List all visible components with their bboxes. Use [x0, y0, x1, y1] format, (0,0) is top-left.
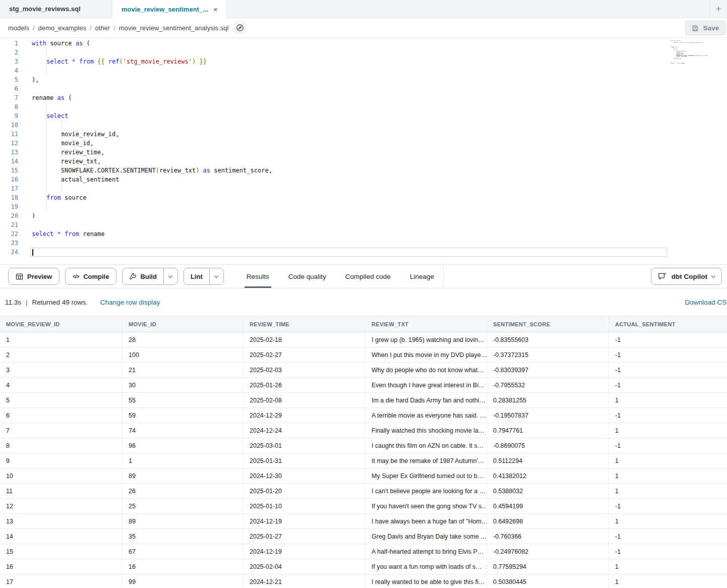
editor-tab-bar: stg_movie_reviews.sql movie_review_senti… [0, 0, 727, 18]
compass-icon-button[interactable] [233, 21, 247, 34]
review-text: I have always been a huge fan of "Hom… [372, 518, 487, 525]
cell-movie_id: 100 [123, 347, 244, 362]
code-line: 2 [0, 48, 727, 57]
cell-actual_sentiment: -1 [609, 408, 727, 423]
code-line: 21 [0, 220, 727, 229]
cell-movie_id: 55 [123, 393, 244, 407]
review-text: If you want a fun romp with loads of s… [372, 563, 482, 570]
code-line: 6 [0, 84, 727, 93]
cell-sentiment_score: 0.41382012 [487, 468, 609, 483]
review-text: I can't believe people are looking for a… [372, 488, 486, 495]
cell-sentiment_score: 0.4594199 [487, 499, 609, 513]
cell-sentiment_score: 0.28381255 [487, 393, 609, 407]
lint-dropdown[interactable] [209, 268, 223, 284]
minimap[interactable]: with source as ( select * from {{ ref('s… [671, 40, 708, 66]
breadcrumb-separator: / [113, 24, 115, 32]
cell-movie_review_id: 12 [0, 499, 123, 513]
breadcrumb: models/demo_examples/other/movie_review_… [8, 24, 228, 32]
cell-movie_review_id: 1 [0, 332, 123, 347]
new-tab-button[interactable]: + [710, 0, 727, 18]
column-header-sentiment_score[interactable]: SENTIMENT_SCORE [487, 316, 609, 332]
cell-review_time: 2025-02-03 [244, 363, 366, 377]
line-number: 8 [0, 102, 18, 111]
tab-code-quality[interactable]: Code quality [286, 265, 328, 288]
table-row: 3212025-02-03Why do people who do not kn… [0, 363, 727, 378]
results-meta-row: 11.3s | Returned 49 rows. Change row dis… [0, 288, 727, 316]
cell-review_time: 2024-12-30 [244, 468, 366, 483]
cell-review_time: 2024-12-21 [244, 574, 366, 588]
code-editor[interactable]: 1with source as (23 select * from {{ ref… [0, 38, 727, 264]
breadcrumb-item[interactable]: models [8, 24, 29, 32]
cell-sentiment_score: -0.83555603 [487, 332, 609, 347]
table-row: 13892024-12-19I have always been a huge … [0, 514, 727, 529]
code-line: 10 [0, 121, 727, 130]
tab-lineage[interactable]: Lineage [408, 265, 436, 288]
cell-movie_id: 21 [123, 363, 244, 377]
code-line: 20) [0, 211, 727, 220]
line-number: 4 [0, 66, 18, 75]
compile-button[interactable]: </> Compile [65, 268, 116, 285]
wrench-icon [129, 273, 136, 280]
table-row: 912025-01-31It may be the remake of 1987… [0, 453, 727, 468]
table-row: 8962025-03-01I caught this film on AZN o… [0, 438, 727, 453]
preview-button[interactable]: Preview [8, 268, 59, 285]
line-number: 10 [0, 121, 18, 130]
build-button[interactable]: Build [123, 268, 163, 284]
save-button[interactable]: Save [685, 20, 726, 36]
line-number: 11 [0, 130, 18, 139]
breadcrumb-item[interactable]: other [95, 24, 110, 32]
cell-review_txt: Finally watched this shocking movie la… [366, 423, 487, 438]
code-line: 12 movie_id, [0, 139, 727, 148]
line-number: 7 [0, 93, 18, 102]
cell-movie_review_id: 11 [0, 484, 123, 498]
tab-results[interactable]: Results [245, 265, 271, 288]
column-header-review_txt[interactable]: REVIEW_TXT [366, 316, 487, 332]
review-text: I grew up (b. 1965) watching and lovin… [372, 336, 484, 343]
line-number: 1 [0, 39, 18, 48]
results-tab-list: Results Code quality Compiled code Linea… [245, 265, 436, 288]
review-text: When I put this movie in my DVD playe… [372, 351, 487, 359]
review-text: Finally watched this shocking movie la… [372, 427, 484, 434]
line-number: 2 [0, 48, 18, 57]
tab-movie-review-sentiment-analysis[interactable]: movie_review_sentiment_... × [112, 0, 227, 18]
meta-separator: | [26, 299, 28, 306]
lint-split-button: Lint [184, 268, 224, 285]
chevron-down-icon [214, 273, 218, 277]
breadcrumb-item[interactable]: movie_review_sentiment_analysis.sql [119, 24, 229, 32]
build-dropdown[interactable] [163, 268, 177, 284]
column-header-actual_sentiment[interactable]: ACTUAL_SENTIMENT [609, 316, 727, 332]
lint-button[interactable]: Lint [184, 268, 209, 284]
column-header-movie_id[interactable]: MOVIE_ID [123, 316, 244, 332]
column-header-review_time[interactable]: REVIEW_TIME [244, 316, 366, 332]
code-line: 5), [0, 75, 727, 84]
breadcrumb-separator: / [33, 24, 35, 32]
breadcrumb-item[interactable]: demo_examples [38, 24, 86, 32]
cell-movie_id: 89 [123, 468, 244, 483]
cell-actual_sentiment: -1 [609, 499, 727, 513]
cell-review_txt: Greg Davis and Bryan Daly take some … [366, 529, 487, 544]
tab-compiled-code[interactable]: Compiled code [343, 265, 393, 288]
dbt-copilot-button[interactable]: dbt Copilot [651, 268, 722, 285]
cell-movie_id: 1 [123, 453, 244, 468]
download-csv-link[interactable]: Download CSV [685, 299, 727, 306]
text-cursor [32, 249, 33, 256]
cell-actual_sentiment: 1 [609, 514, 727, 528]
line-number: 17 [0, 184, 18, 193]
table-row: 15672024-12-19A half-hearted attempt to … [0, 544, 727, 559]
lint-label: Lint [191, 273, 203, 280]
cell-actual_sentiment: 1 [609, 393, 727, 407]
table-row: 21002025-02-27When I put this movie in m… [0, 347, 727, 363]
code-line: 19 [0, 202, 727, 211]
change-row-display-link[interactable]: Change row display [100, 299, 160, 306]
tab-stg-movie-reviews[interactable]: stg_movie_reviews.sql [0, 0, 112, 18]
table-row: 7742024-12-24Finally watched this shocki… [0, 423, 727, 438]
close-tab-icon[interactable]: × [213, 6, 218, 13]
line-number: 5 [0, 75, 18, 84]
column-header-movie_review_id[interactable]: MOVIE_REVIEW_ID [0, 316, 123, 332]
cell-movie_review_id: 8 [0, 438, 123, 453]
cell-actual_sentiment: -1 [609, 378, 727, 392]
cell-review_txt: Why do people who do not know what… [366, 363, 487, 377]
review-text: Greg Davis and Bryan Daly take some … [372, 533, 487, 540]
cell-review_txt: It may be the remake of 1987 Autumn'… [366, 453, 487, 468]
cell-movie_review_id: 15 [0, 544, 123, 559]
